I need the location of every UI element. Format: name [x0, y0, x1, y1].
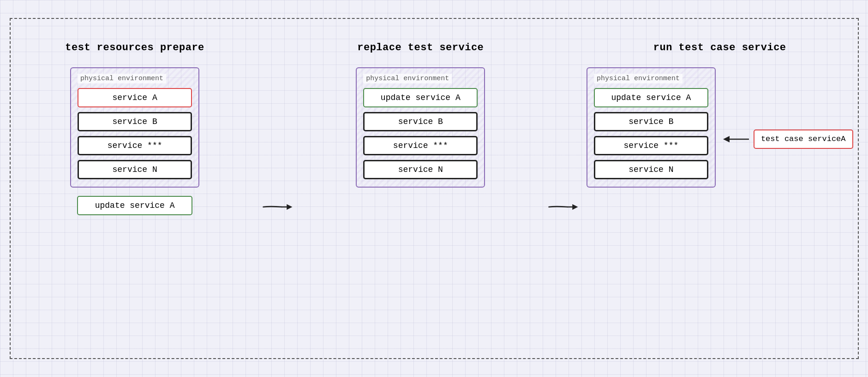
- service-n-box-2: service N: [363, 160, 478, 179]
- service-n-box-3: service N: [594, 160, 708, 179]
- svg-marker-0: [287, 204, 292, 210]
- phys-env-box-3: physical environment update service A se…: [587, 67, 716, 188]
- service-star-box-3: service ***: [594, 136, 708, 155]
- service-n-box-1: service N: [78, 160, 192, 179]
- phys-env-label-2: physical environment: [363, 74, 452, 83]
- col1-title: test resources prepare: [65, 42, 204, 53]
- phys-env-box-1: physical environment service A service B…: [70, 67, 199, 188]
- update-service-a-standalone: update service A: [77, 196, 192, 215]
- diagram-container: test resources prepare physical environm…: [10, 13, 859, 364]
- phys-env-box-2: physical environment update service A se…: [356, 67, 485, 188]
- test-case-area: test case serviceA: [723, 130, 853, 149]
- service-star-box-1: service ***: [78, 136, 192, 155]
- column-1: test resources prepare physical environm…: [11, 19, 259, 358]
- col2-title: replace test service: [357, 42, 484, 53]
- update-box-col1: update service A: [77, 196, 192, 215]
- arrow-2-container: [545, 56, 582, 358]
- service-b-box-2: service B: [363, 112, 478, 131]
- service-b-box-3: service B: [594, 112, 708, 131]
- column-3: run test case service physical environme…: [582, 19, 858, 358]
- phys-env-label-1: physical environment: [78, 74, 166, 83]
- test-case-box: test case serviceA: [754, 130, 853, 149]
- service-b-box-1: service B: [78, 112, 192, 131]
- arrow-2-icon: [547, 198, 580, 216]
- col3-title: run test case service: [653, 42, 786, 53]
- column-2: replace test service physical environmen…: [296, 19, 545, 358]
- svg-marker-2: [723, 136, 730, 142]
- update-service-a-box-2: update service A: [363, 88, 478, 107]
- arrow-1-container: [259, 56, 296, 358]
- service-star-box-2: service ***: [363, 136, 478, 155]
- phys-env-label-3: physical environment: [594, 74, 682, 83]
- arrow-1-icon: [262, 198, 294, 216]
- main-area: test resources prepare physical environm…: [10, 18, 859, 359]
- test-case-arrow-icon: [723, 133, 751, 146]
- svg-marker-1: [572, 204, 578, 210]
- update-service-a-box-3: update service A: [594, 88, 708, 107]
- service-a-box-1: service A: [78, 88, 192, 107]
